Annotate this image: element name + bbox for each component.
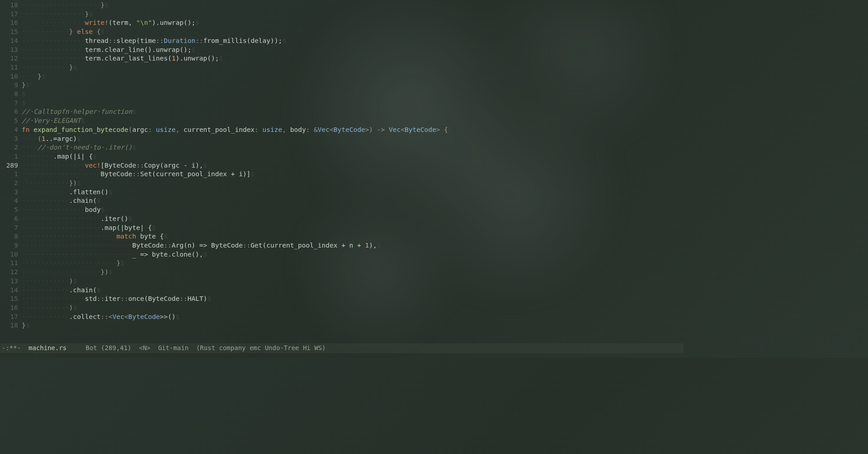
code-line[interactable]: 4············.chain($: [0, 197, 684, 206]
line-number: 11: [0, 259, 22, 268]
code-line[interactable]: 9····························ByteCode::A…: [0, 241, 684, 250]
line-number: 289: [0, 161, 22, 170]
code-line[interactable]: 10····}$: [0, 72, 684, 81]
code-line[interactable]: 16············)$: [0, 304, 684, 313]
code-line[interactable]: 9}$: [0, 81, 684, 90]
code-line[interactable]: 4fn expand_function_bytecode(argc: usize…: [0, 126, 684, 135]
code-line[interactable]: 1········.map(|i| {$: [0, 152, 684, 161]
line-content: ················term.clear_last_lines(1)…: [22, 54, 223, 63]
code-line[interactable]: 15············} else {$: [0, 28, 684, 37]
code-line[interactable]: 7····················.map(|byte| {$: [0, 224, 684, 233]
line-number: 2: [0, 143, 22, 152]
line-number: 17: [0, 10, 22, 19]
line-content: }$: [22, 81, 29, 90]
line-number: 6: [0, 108, 22, 117]
line-number: 13: [0, 46, 22, 55]
line-number: 16: [0, 304, 22, 313]
line-number: 18: [0, 1, 22, 10]
code-line[interactable]: 16················write!(term, "\n").unw…: [0, 19, 684, 28]
code-line[interactable]: 12················term.clear_last_lines(…: [0, 54, 684, 63]
line-content: ············.chain($: [22, 286, 101, 295]
modeline-mode-indicator: <N>: [139, 344, 150, 353]
line-content: }$: [22, 321, 29, 330]
line-content: $: [22, 90, 26, 99]
code-line[interactable]: 3····(1..=argc)$: [0, 135, 684, 144]
code-line[interactable]: 17················}$: [0, 10, 684, 19]
modeline-modes: (Rust company emc Undo-Tree Hi WS): [196, 344, 326, 353]
line-content: ····························_ => byte.cl…: [22, 250, 207, 259]
line-content: ············.collect::<Vec<ByteCode>>()$: [22, 313, 179, 322]
code-line[interactable]: 18····················}$: [0, 1, 684, 10]
code-line[interactable]: 2············})$: [0, 179, 684, 188]
line-number: 15: [0, 28, 22, 37]
modeline-vc: Git-main: [158, 344, 189, 353]
code-line[interactable]: 5//·Very·ELEGANT$: [0, 117, 684, 126]
line-content: //·Very·ELEGANT$: [22, 117, 85, 126]
line-content: ····················ByteCode::Set(curren…: [22, 170, 255, 179]
line-number: 5: [0, 117, 22, 126]
code-line[interactable]: 7$: [0, 99, 684, 108]
line-content: //·Calltopfn·helper·function$: [22, 108, 136, 117]
code-line[interactable]: 13················term.clear_line().unwr…: [0, 46, 684, 55]
line-content: ················term.clear_line().unwrap…: [22, 46, 195, 55]
line-number: 18: [0, 321, 22, 330]
line-content: ············} else {$: [22, 28, 104, 37]
code-line[interactable]: 12····················})$: [0, 268, 684, 277]
line-content: ············)$: [22, 277, 77, 286]
code-line[interactable]: 15················std::iter::once(ByteCo…: [0, 295, 684, 304]
line-number: 7: [0, 99, 22, 108]
line-content: ················write!(term, "\n").unwra…: [22, 19, 199, 28]
code-line[interactable]: 1····················ByteCode::Set(curre…: [0, 170, 684, 179]
line-content: ················vec![ByteCode::Copy(argc…: [22, 161, 207, 170]
line-content: ················thread::sleep(time::Dura…: [22, 37, 286, 46]
code-line[interactable]: 14············.chain($: [0, 286, 684, 295]
line-number: 4: [0, 197, 22, 206]
line-number: 16: [0, 19, 22, 28]
line-number: 4: [0, 126, 22, 135]
line-number: 14: [0, 37, 22, 46]
line-content: ············})$: [22, 179, 81, 188]
code-line[interactable]: 13············)$: [0, 277, 684, 286]
line-content: fn expand_function_bytecode(argc: usize,…: [22, 126, 452, 135]
code-line[interactable]: 11············}$: [0, 63, 684, 72]
line-content: ············.flatten()$: [22, 188, 113, 197]
line-number: 1: [0, 152, 22, 161]
code-line[interactable]: 6····················.iter()$: [0, 215, 684, 224]
code-line[interactable]: 6//·Calltopfn·helper·function$: [0, 108, 684, 117]
code-editor[interactable]: 18····················}$17··············…: [0, 0, 684, 330]
code-line[interactable]: 18}$: [0, 321, 684, 330]
line-number: 2: [0, 179, 22, 188]
code-line[interactable]: 289················vec![ByteCode::Copy(a…: [0, 161, 684, 170]
line-content: ························match byte {$: [22, 232, 168, 241]
line-number: 12: [0, 54, 22, 63]
line-number: 6: [0, 215, 22, 224]
code-line[interactable]: 3············.flatten()$: [0, 188, 684, 197]
code-line[interactable]: 10····························_ => byte.…: [0, 250, 684, 259]
line-number: 11: [0, 63, 22, 72]
code-line[interactable]: 8························match byte {$: [0, 232, 684, 241]
code-line[interactable]: 14················thread::sleep(time::Du…: [0, 37, 684, 46]
line-number: 14: [0, 286, 22, 295]
code-line[interactable]: 5················body$: [0, 206, 684, 215]
line-content: ····················})$: [22, 268, 113, 277]
code-line[interactable]: 11························}$: [0, 259, 684, 268]
code-line[interactable]: 17············.collect::<Vec<ByteCode>>(…: [0, 313, 684, 322]
line-number: 3: [0, 188, 22, 197]
line-number: 12: [0, 268, 22, 277]
code-line[interactable]: 2····//·don't·need·to·.iter()$: [0, 143, 684, 152]
line-number: 1: [0, 170, 22, 179]
line-content: ················std::iter::once(ByteCode…: [22, 295, 211, 304]
modeline: -:**- machine.rs Bot (289,41) <N> Git-ma…: [0, 343, 684, 353]
line-number: 10: [0, 250, 22, 259]
code-line[interactable]: 8$: [0, 90, 684, 99]
line-content: ····}$: [22, 72, 45, 81]
line-content: ····························ByteCode::Ar…: [22, 241, 381, 250]
modeline-modified: -:**-: [2, 344, 21, 353]
line-number: 10: [0, 72, 22, 81]
line-content: ················}$: [22, 10, 93, 19]
line-number: 15: [0, 295, 22, 304]
line-content: $: [22, 99, 26, 108]
line-content: ············.chain($: [22, 197, 101, 206]
line-content: ············)$: [22, 304, 77, 313]
line-number: 3: [0, 135, 22, 144]
